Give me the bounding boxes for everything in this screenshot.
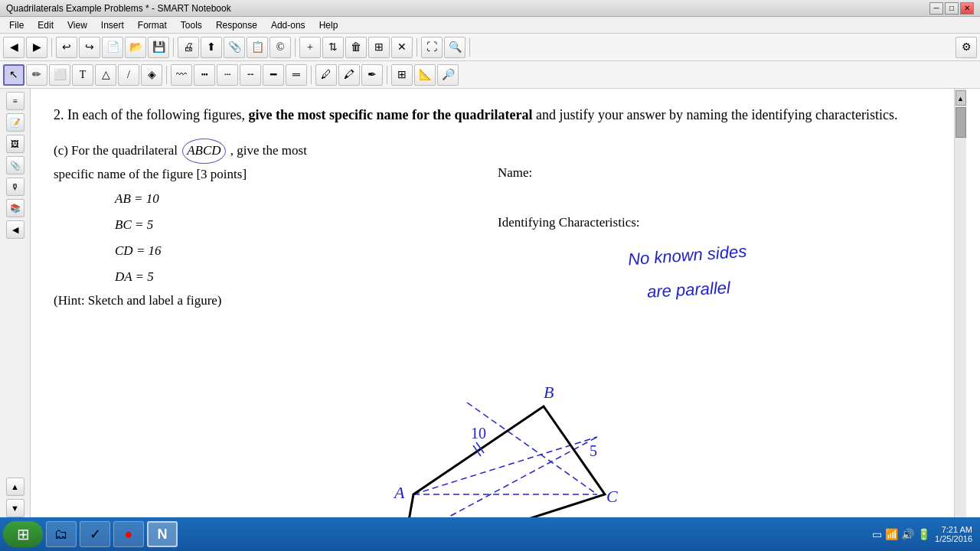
volume-icon[interactable]: 🔊: [901, 528, 914, 541]
vertex-c: C: [606, 487, 618, 506]
line-style-6[interactable]: ═: [286, 64, 307, 86]
chrome-icon: ●: [119, 525, 138, 543]
system-clock[interactable]: 7:21 AM 1/25/2016: [935, 525, 972, 543]
sidebar-recorder[interactable]: 🎙: [6, 178, 24, 196]
settings-button[interactable]: ⚙: [956, 37, 977, 58]
fill-tool[interactable]: ◈: [141, 64, 162, 86]
title-bar: Quadrilaterals Example Problems * - SMAR…: [0, 0, 980, 17]
new-button[interactable]: 📄: [102, 37, 123, 58]
line-style-2[interactable]: ┅: [194, 64, 215, 86]
main-content: 2. In each of the following figures, giv…: [31, 89, 966, 517]
scroll-up[interactable]: ▲: [956, 90, 966, 106]
label-bc: 5: [590, 442, 597, 459]
taskbar-chrome[interactable]: ●: [113, 521, 144, 547]
minimize-button[interactable]: ─: [929, 2, 943, 15]
window-controls: ─ □ ✕: [929, 2, 974, 15]
battery-icon[interactable]: 🔋: [917, 528, 930, 541]
line-style-5[interactable]: ━: [263, 64, 284, 86]
taskbar-explorer[interactable]: 🗂: [46, 521, 77, 547]
question-header: 2. In each of the following figures, giv…: [54, 104, 943, 126]
line-style-3[interactable]: ┄: [217, 64, 238, 86]
menu-edit[interactable]: Edit: [31, 18, 60, 32]
taskbar-app2[interactable]: ✓: [80, 521, 110, 547]
attach-button[interactable]: 📎: [224, 37, 245, 58]
vertical-scrollbar[interactable]: ▲: [954, 89, 966, 517]
sidebar-notes[interactable]: 📝: [6, 113, 24, 132]
highlight-tool[interactable]: 🖍: [338, 64, 360, 86]
open-button[interactable]: 📂: [125, 37, 146, 58]
zoom-button[interactable]: 🔍: [444, 37, 466, 58]
scroll-thumb[interactable]: [956, 107, 966, 138]
toolbar-1: ◀ ▶ ↩ ↪ 📄 📂 💾 🖨 ⬆ 📎 📋 © + ⇅ 🗑 ⊞ ✕ ⛶ 🔍 ⚙: [0, 34, 980, 61]
part-c-after: , give the most: [230, 143, 307, 158]
back-button[interactable]: ◀: [3, 37, 24, 58]
line-style-4[interactable]: ╌: [240, 64, 261, 86]
eraser-tool[interactable]: ⬜: [49, 64, 70, 86]
paste-button[interactable]: 📋: [247, 37, 268, 58]
hw-text-2: are parallel: [646, 278, 730, 302]
menu-tools[interactable]: Tools: [175, 18, 208, 32]
fullscreen-button[interactable]: ⛶: [421, 37, 443, 58]
sidebar-expand[interactable]: ◀: [6, 220, 24, 239]
quadrilateral-svg: A B C D 10 5 16 5: [360, 364, 651, 517]
sidebar-book[interactable]: 📚: [6, 199, 24, 217]
svg-line-2: [467, 403, 597, 494]
grid-tool[interactable]: ⊞: [391, 64, 413, 86]
handwritten-line2: are parallel: [647, 280, 730, 300]
separator-t3: [387, 66, 387, 84]
addpage-button[interactable]: +: [299, 37, 321, 58]
menu-file[interactable]: File: [3, 18, 30, 32]
part-c-prefix: (c) For the quadrilateral: [54, 143, 181, 158]
network-icon[interactable]: 📶: [885, 528, 898, 541]
maximize-button[interactable]: □: [945, 2, 959, 15]
taskbar-right: ▭ 📶 🔊 🔋 7:21 AM 1/25/2016: [872, 525, 977, 543]
hw-text-1: No known sides: [627, 242, 747, 270]
sidebar-pages[interactable]: ≡: [6, 92, 24, 110]
measure-ab: AB = 10: [115, 186, 943, 212]
clear-button[interactable]: ✕: [391, 37, 413, 58]
select-tool[interactable]: ↖: [3, 64, 24, 86]
separator-2: [173, 38, 174, 57]
menu-insert[interactable]: Insert: [95, 18, 130, 32]
menu-view[interactable]: View: [61, 18, 93, 32]
compass-tool[interactable]: 🔎: [437, 64, 459, 86]
close-button[interactable]: ✕: [960, 2, 974, 15]
line-style-1[interactable]: 〰: [171, 64, 192, 86]
forward-button[interactable]: ▶: [26, 37, 47, 58]
sidebar-nav-prev[interactable]: ▲: [6, 478, 24, 496]
question-bold: give the most specific name for the quad…: [248, 107, 532, 122]
sidebar-gallery[interactable]: 🖼: [6, 135, 24, 153]
pen-tool[interactable]: ✏: [26, 64, 47, 86]
text-tool[interactable]: T: [72, 64, 93, 86]
menu-help[interactable]: Help: [313, 18, 345, 32]
sidebar-nav-next[interactable]: ▼: [6, 499, 24, 517]
movepage-button[interactable]: ⇅: [322, 37, 344, 58]
menu-response[interactable]: Response: [210, 18, 263, 32]
line-tool[interactable]: /: [118, 64, 139, 86]
menu-addons[interactable]: Add-ons: [265, 18, 312, 32]
color-pen[interactable]: 🖊: [315, 64, 337, 86]
taskbar-smartnotebook[interactable]: N: [147, 521, 178, 547]
hint-text: (Hint: Sketch and label a figure): [54, 293, 943, 308]
sidebar-clip[interactable]: 📎: [6, 156, 24, 174]
figure-container: A B C D 10 5 16 5: [360, 364, 651, 517]
name-label-text: Name:: [498, 165, 532, 180]
table-button[interactable]: ⊞: [368, 37, 390, 58]
print-button[interactable]: 🖨: [178, 37, 199, 58]
name-label: Name:: [498, 165, 532, 181]
ruler-tool[interactable]: 📐: [414, 64, 436, 86]
show-desktop-icon[interactable]: ▭: [872, 528, 882, 541]
measurements: AB = 10 BC = 5 CD = 16 DA = 5: [115, 186, 943, 290]
copy-button[interactable]: ©: [270, 37, 291, 58]
separator-5: [469, 38, 470, 57]
start-button[interactable]: ⊞: [3, 521, 43, 547]
shapes-tool[interactable]: △: [95, 64, 116, 86]
smart-pen[interactable]: ✒: [361, 64, 383, 86]
menu-format[interactable]: Format: [132, 18, 173, 32]
deletepage-button[interactable]: 🗑: [345, 37, 367, 58]
redo-button[interactable]: ↪: [79, 37, 100, 58]
save-button[interactable]: 💾: [148, 37, 169, 58]
toolbar-2: ↖ ✏ ⬜ T △ / ◈ 〰 ┅ ┄ ╌ ━ ═ 🖊 🖍 ✒ ⊞ 📐 🔎: [0, 61, 980, 89]
export-button[interactable]: ⬆: [201, 37, 222, 58]
undo-button[interactable]: ↩: [56, 37, 77, 58]
